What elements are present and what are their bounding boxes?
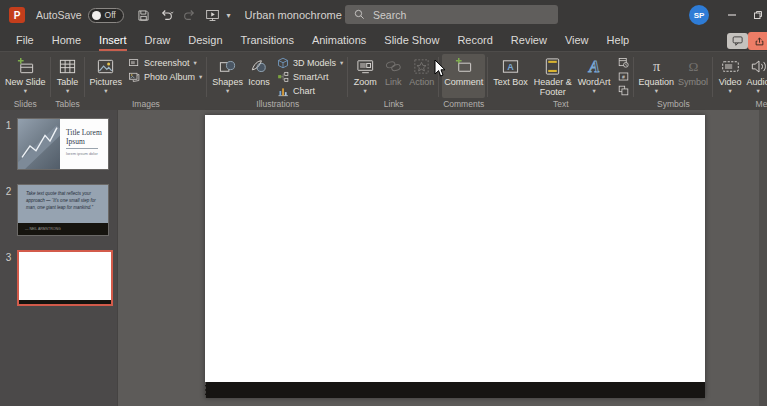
slide-number-icon: #: [618, 71, 629, 82]
ribbon-button-table[interactable]: Table▾: [54, 54, 82, 98]
ribbon-button-photo-album[interactable]: Photo Album▾: [126, 71, 204, 83]
tab-home[interactable]: Home: [43, 30, 90, 51]
tab-slide-show[interactable]: Slide Show: [375, 30, 448, 51]
customize-qat-chevron-icon[interactable]: ▾: [227, 11, 231, 20]
ribbon-group-tables: Table▾Tables: [51, 52, 85, 110]
ribbon-button-text-box[interactable]: AText Box: [491, 54, 530, 98]
present-button[interactable]: [202, 4, 223, 26]
symbol-icon: Ω: [684, 56, 703, 76]
ribbon-button-smartart[interactable]: SmartArt: [275, 71, 345, 83]
thumbnail-footer-bar: [19, 300, 111, 304]
tab-record[interactable]: Record: [448, 30, 501, 51]
svg-text:#: #: [622, 73, 625, 79]
ribbon-button-comment[interactable]: Comment: [442, 54, 485, 98]
autosave-toggle[interactable]: Off: [88, 8, 124, 23]
slide-thumbnail-2[interactable]: Take text quote that reflects your appro…: [17, 184, 109, 236]
ribbon-group-comments: CommentComments: [439, 52, 488, 110]
ribbon-button-shapes[interactable]: Shapes▾: [210, 54, 245, 98]
ribbon-group-media: Video▾Audio▾Screen RecordingMedia: [713, 52, 767, 110]
tab-transitions[interactable]: Transitions: [232, 30, 303, 51]
action-icon: [412, 56, 431, 76]
thumbnail-title: Title Lorem Ipsum: [66, 128, 104, 146]
comments-panel-button[interactable]: [727, 33, 748, 49]
chevron-down-icon: ▾: [756, 88, 759, 95]
object-icon: [618, 85, 629, 96]
thumbnail-quote: Take text quote that reflects your appro…: [18, 185, 108, 221]
search-icon: [354, 9, 365, 20]
tab-animations[interactable]: Animations: [303, 30, 375, 51]
ribbon-group-label: Comments: [443, 99, 484, 109]
toggle-knob: [92, 11, 101, 20]
minimize-button[interactable]: [720, 0, 744, 29]
ribbon-button-date-time[interactable]: [616, 56, 631, 68]
ribbon-button-zoom[interactable]: Zoom▾: [351, 54, 379, 98]
ribbon-button-action[interactable]: Action: [407, 54, 436, 98]
date-time-icon: [618, 57, 629, 68]
slide-thumbnail-3[interactable]: [17, 250, 113, 306]
chevron-down-icon: ▾: [226, 88, 229, 95]
new-slide-icon: [16, 56, 35, 76]
ribbon-groups: New Slide▾SlidesTable▾TablesPictures▾Scr…: [0, 52, 767, 110]
share-button[interactable]: Share: [748, 32, 767, 50]
restore-icon: [753, 10, 763, 20]
redo-button[interactable]: [179, 4, 200, 26]
save-icon: [136, 8, 151, 23]
tab-view[interactable]: View: [556, 30, 598, 51]
tab-design[interactable]: Design: [179, 30, 231, 51]
ribbon-button-link[interactable]: Link: [379, 54, 407, 98]
ribbon-button-screenshot[interactable]: Screenshot▾: [126, 57, 204, 69]
ribbon-button-video[interactable]: Video▾: [716, 54, 744, 98]
chevron-down-icon: ▾: [24, 88, 27, 95]
divider: [66, 148, 98, 149]
ribbon-button-audio[interactable]: Audio▾: [744, 54, 767, 98]
audio-icon: [749, 56, 767, 76]
ribbon-button-chart[interactable]: Chart: [275, 85, 345, 97]
icons-icon: [249, 56, 268, 76]
restore-button[interactable]: [746, 0, 767, 29]
search-input[interactable]: [371, 8, 535, 22]
ribbon-button-3d-models[interactable]: 3D Models▾: [275, 57, 345, 69]
avatar[interactable]: SP: [689, 5, 709, 25]
screenshot-icon: [128, 57, 140, 69]
tab-file[interactable]: File: [7, 30, 43, 51]
menubar: FileHomeInsertDrawDesignTransitionsAnima…: [0, 30, 767, 52]
thumbnail-subtitle: lorem ipsum dolor: [66, 151, 104, 156]
titlebar: P AutoSave Off ▾ Urban monochrome - Powe…: [0, 0, 767, 30]
tab-insert[interactable]: Insert: [90, 30, 136, 51]
ribbon-button-symbol[interactable]: ΩSymbol: [676, 54, 710, 98]
ribbon-button-new-slide[interactable]: New Slide▾: [3, 54, 48, 98]
ribbon-button-equation[interactable]: πEquation▾: [637, 54, 677, 98]
ribbon-button-icons[interactable]: Icons: [245, 54, 273, 98]
redo-icon: [182, 8, 197, 23]
slide-canvas[interactable]: [205, 115, 705, 398]
text-box-icon: A: [501, 56, 520, 76]
ribbon-button-object[interactable]: [616, 84, 631, 96]
autosave-label: AutoSave: [36, 9, 82, 21]
thumbnail-photo: [18, 119, 60, 169]
search-box[interactable]: [345, 5, 558, 24]
slides-panel: 1Title Lorem Ipsumlorem ipsum dolor2Take…: [0, 110, 118, 406]
vertical-scrollbar[interactable]: [759, 110, 767, 406]
ribbon: New Slide▾SlidesTable▾TablesPictures▾Scr…: [0, 52, 767, 110]
tab-draw[interactable]: Draw: [136, 30, 180, 51]
save-button[interactable]: [133, 4, 154, 26]
ribbon-button-pictures[interactable]: Pictures▾: [88, 54, 125, 98]
chevron-down-icon: ▾: [104, 88, 107, 95]
slide-thumbnail-1[interactable]: Title Lorem Ipsumlorem ipsum dolor: [17, 118, 109, 170]
pictures-icon: [96, 56, 115, 76]
quick-access-toolbar: [133, 4, 223, 26]
photo-album-icon: [128, 71, 140, 83]
tab-review[interactable]: Review: [502, 30, 556, 51]
ribbon-group-label: Images: [132, 99, 160, 109]
svg-text:Ω: Ω: [688, 59, 698, 74]
ribbon-button-slide-number[interactable]: #: [616, 70, 631, 82]
slide-number-label: 1: [0, 118, 17, 170]
chevron-down-icon: ▾: [364, 88, 367, 95]
undo-button[interactable]: [156, 4, 177, 26]
tab-help[interactable]: Help: [598, 30, 639, 51]
chart-icon: [277, 85, 289, 97]
ribbon-button-wordart[interactable]: AWordArt▾: [576, 54, 613, 98]
ribbon-button-header-footer[interactable]: Header & Footer: [530, 54, 576, 98]
powerpoint-logo-icon[interactable]: P: [9, 7, 25, 23]
slide-footer-bar: [205, 382, 705, 398]
